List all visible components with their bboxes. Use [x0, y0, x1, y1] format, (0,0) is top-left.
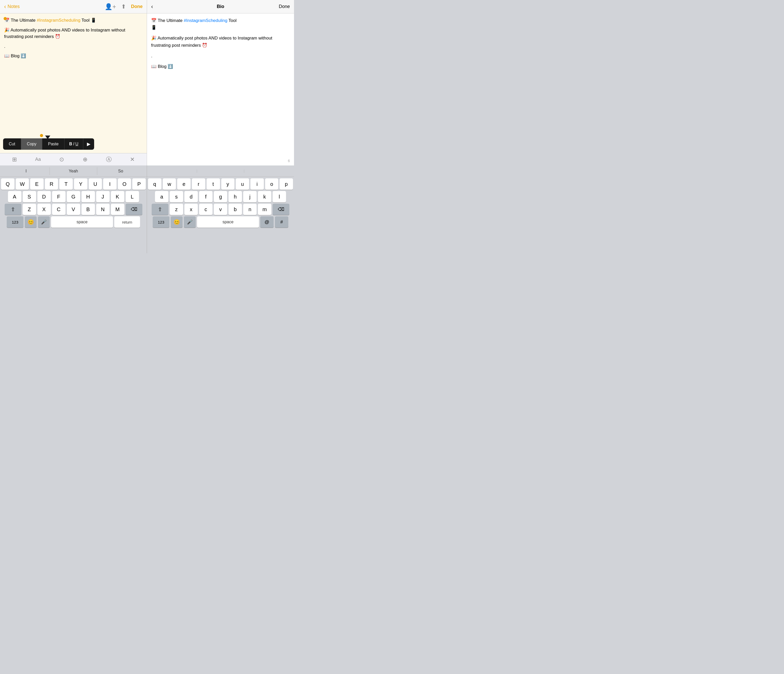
bio-text: 📅 The Ultimate #InstagramScheduling Tool…	[151, 17, 290, 70]
share-icon[interactable]: ⬆	[121, 3, 126, 10]
bio-content-area[interactable]: 📅 The Ultimate #InstagramScheduling Tool…	[147, 13, 294, 165]
key-Y[interactable]: Y	[74, 178, 87, 190]
key-X[interactable]: X	[37, 204, 51, 215]
table-icon[interactable]: ⊞	[9, 154, 20, 165]
left-nav-bar: ‹ Notes 👤+ ⬆ Done	[0, 0, 147, 13]
pred-word-3[interactable]: So	[97, 167, 144, 175]
delete-key-right[interactable]: ⌫	[272, 204, 289, 215]
key-x[interactable]: x	[184, 204, 198, 215]
key-O[interactable]: O	[118, 178, 131, 190]
key-Z[interactable]: Z	[23, 204, 36, 215]
key-f[interactable]: f	[199, 191, 213, 202]
more-options-button[interactable]: ▶	[83, 138, 94, 150]
key-V[interactable]: V	[67, 204, 80, 215]
numbers-key-left[interactable]: 123	[7, 216, 23, 228]
right-back-button[interactable]: ‹	[151, 3, 153, 10]
context-menu-arrow	[45, 136, 50, 139]
key-h[interactable]: h	[229, 191, 242, 202]
person-add-icon[interactable]: 👤+	[105, 3, 116, 10]
key-j[interactable]: j	[243, 191, 257, 202]
key-w[interactable]: w	[163, 178, 176, 190]
key-e[interactable]: e	[177, 178, 191, 190]
key-a[interactable]: a	[155, 191, 168, 202]
paste-button[interactable]: Paste	[42, 138, 64, 150]
kb-row-1-left: Q W E R T Y U I O P	[1, 178, 146, 190]
note-content-area[interactable]: 📅 The Ultimate #InstagramScheduling Tool…	[0, 13, 147, 153]
selection-handle-bottom	[40, 134, 43, 137]
emoji-key-left[interactable]: 😊	[25, 216, 37, 228]
delete-key-left[interactable]: ⌫	[126, 204, 142, 215]
space-key-left[interactable]: space	[51, 216, 113, 228]
key-M[interactable]: M	[111, 204, 124, 215]
key-r[interactable]: r	[192, 178, 205, 190]
cut-button[interactable]: Cut	[3, 138, 21, 150]
key-Q[interactable]: Q	[1, 178, 14, 190]
key-i[interactable]: i	[250, 178, 264, 190]
key-D[interactable]: D	[37, 191, 51, 202]
key-k[interactable]: k	[258, 191, 271, 202]
key-J[interactable]: J	[96, 191, 110, 202]
numbers-key-right[interactable]: 123	[152, 216, 170, 228]
emoji-key-right[interactable]: 😊	[171, 216, 183, 228]
key-S[interactable]: S	[23, 191, 36, 202]
key-W[interactable]: W	[16, 178, 29, 190]
mic-key-left[interactable]: 🎤	[38, 216, 50, 228]
keyboard-left: I Yeah So Q W E R T Y U I O P A S	[0, 165, 147, 253]
key-B[interactable]: B	[81, 204, 95, 215]
mic-key-right[interactable]: 🎤	[184, 216, 196, 228]
left-panel: ‹ Notes 👤+ ⬆ Done 📅 The Ultimate #Instag…	[0, 0, 147, 165]
key-q[interactable]: q	[148, 178, 162, 190]
handwriting-icon[interactable]: Ⓐ	[104, 154, 114, 165]
key-u[interactable]: u	[236, 178, 249, 190]
done-button[interactable]: Done	[131, 4, 143, 9]
add-attachment-icon[interactable]: ⊕	[80, 154, 90, 165]
key-s[interactable]: s	[170, 191, 183, 202]
key-l[interactable]: l	[272, 191, 286, 202]
key-o[interactable]: o	[265, 178, 278, 190]
at-key[interactable]: @	[260, 216, 274, 228]
bia-button[interactable]: B I U	[64, 138, 83, 150]
key-A[interactable]: A	[8, 191, 22, 202]
font-size-icon[interactable]: Aa	[33, 154, 43, 165]
key-y[interactable]: y	[221, 178, 235, 190]
underline-icon: U	[75, 142, 78, 147]
hash-key[interactable]: #	[275, 216, 288, 228]
key-E[interactable]: E	[30, 178, 44, 190]
key-L[interactable]: L	[126, 191, 139, 202]
key-t[interactable]: t	[207, 178, 220, 190]
dismiss-keyboard-icon[interactable]: ✕	[127, 154, 137, 165]
pred-right-2	[197, 170, 244, 173]
key-P[interactable]: P	[132, 178, 146, 190]
key-C[interactable]: C	[52, 204, 65, 215]
key-F[interactable]: F	[52, 191, 65, 202]
key-T[interactable]: T	[59, 178, 73, 190]
key-H[interactable]: H	[81, 191, 95, 202]
pred-word-2[interactable]: Yeah	[50, 167, 97, 175]
shift-key-left[interactable]: ⇧	[5, 204, 22, 215]
key-d[interactable]: d	[184, 191, 198, 202]
key-z[interactable]: z	[170, 204, 183, 215]
key-n[interactable]: n	[243, 204, 257, 215]
notes-toolbar: ⊞ Aa ⊙ ⊕ Ⓐ ✕	[0, 153, 147, 165]
key-I[interactable]: I	[103, 178, 117, 190]
space-key-right[interactable]: space	[197, 216, 259, 228]
right-done-button[interactable]: Done	[279, 4, 290, 9]
back-to-notes[interactable]: ‹ Notes	[4, 3, 20, 10]
key-m[interactable]: m	[258, 204, 271, 215]
pred-word-1[interactable]: I	[3, 167, 50, 175]
kb-row-1-right: q w e r t y u i o p	[148, 178, 293, 190]
key-g[interactable]: g	[214, 191, 227, 202]
key-N[interactable]: N	[96, 204, 110, 215]
key-G[interactable]: G	[67, 191, 80, 202]
key-c[interactable]: c	[199, 204, 213, 215]
key-R[interactable]: R	[45, 178, 58, 190]
key-U[interactable]: U	[89, 178, 102, 190]
checklist-icon[interactable]: ⊙	[56, 154, 67, 165]
return-key-left[interactable]: return	[114, 216, 140, 228]
shift-key-right[interactable]: ⇧	[152, 204, 168, 215]
key-K[interactable]: K	[111, 191, 124, 202]
key-b[interactable]: b	[229, 204, 242, 215]
key-v[interactable]: v	[214, 204, 227, 215]
copy-button[interactable]: Copy	[21, 138, 42, 150]
key-p[interactable]: p	[280, 178, 293, 190]
